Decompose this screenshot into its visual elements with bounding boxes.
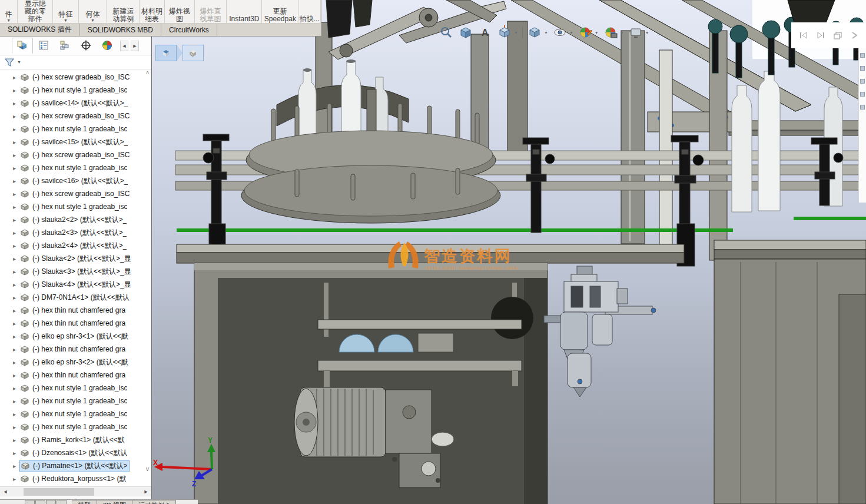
tree-item[interactable]: ▸(-) slauka2<4> (默认<<默认>_ — [0, 239, 151, 252]
expand-arrow-icon[interactable]: ▸ — [13, 437, 20, 443]
panel-tab-scroll-left[interactable]: ◄ — [120, 41, 128, 51]
tree-scroll-down-icon[interactable]: v — [146, 466, 149, 472]
expand-arrow-icon[interactable]: ▸ — [13, 243, 20, 249]
expand-arrow-icon[interactable]: ▸ — [13, 204, 20, 210]
take-snapshot-button[interactable]: 拍快... — [298, 0, 321, 24]
hscroll-right-arrow[interactable]: ► — [141, 489, 151, 495]
expand-arrow-icon[interactable]: ▸ — [13, 139, 20, 145]
tree-item[interactable]: ▸(-) hex screw gradeab_iso_ISC — [0, 187, 151, 200]
hide-show-items-icon[interactable] — [552, 25, 568, 40]
expand-arrow-icon[interactable]: ▸ — [13, 87, 20, 94]
show-hidden-components-button[interactable]: 显示隐藏的零部件 — [18, 0, 53, 24]
command-tab-0[interactable]: SOLIDWORKS 插件 — [0, 24, 80, 36]
dimxpertmanager-tab[interactable] — [75, 38, 97, 54]
expand-arrow-icon[interactable]: ▸ — [13, 294, 20, 301]
edit-appearance-icon[interactable] — [578, 25, 593, 40]
collapse-left-icon[interactable] — [799, 31, 808, 39]
expand-taskpane-icon[interactable] — [850, 31, 858, 40]
taskpane-tab-icon[interactable] — [860, 66, 865, 71]
bill-of-materials-button[interactable]: 材料明细表 — [140, 0, 165, 24]
collapse-right-icon[interactable] — [816, 31, 825, 39]
expand-arrow-icon[interactable]: ▸ — [13, 372, 20, 379]
tree-item[interactable]: ▸(-) hex nut style 1 gradeab_isc — [0, 394, 151, 407]
expand-arrow-icon[interactable]: ▸ — [13, 191, 20, 197]
expand-arrow-icon[interactable]: ▸ — [13, 268, 20, 275]
expand-arrow-icon[interactable]: ▸ — [13, 346, 20, 353]
taskpane-tab-icon[interactable] — [860, 53, 865, 58]
expand-arrow-icon[interactable]: ▸ — [13, 281, 20, 288]
tree-item[interactable]: ▸(-) elko ep shr-3<1> (默认<<默 — [0, 330, 151, 343]
tree-item[interactable]: ▸(-) hex thin nut chamfered gra — [0, 343, 151, 356]
tree-scroll-up-icon[interactable]: ^ — [146, 71, 149, 77]
view-orientation-icon[interactable] — [497, 25, 512, 40]
restore-window-icon[interactable] — [833, 31, 842, 39]
tree-item[interactable]: ▸(-) hex nut style 1 gradeab_isc — [0, 122, 151, 135]
featuremanager-tree-tab[interactable] — [12, 38, 33, 54]
tree-item[interactable]: ▸(-) Slauka<2> (默认<<默认>_显 — [0, 252, 151, 265]
tree-item[interactable]: ▸(-) Reduktora_korpuss<1> (默 — [0, 472, 151, 485]
annotations-icon[interactable]: A — [477, 25, 493, 40]
insert-component-button[interactable]: 件▼ — [0, 0, 18, 24]
expand-arrow-icon[interactable]: ▸ — [13, 217, 20, 223]
taskpane-tab-icon[interactable] — [860, 92, 865, 97]
tree-item[interactable]: ▸(-) hex screw gradeab_iso_ISC — [0, 71, 151, 84]
expand-arrow-icon[interactable]: ▸ — [13, 126, 20, 132]
tree-item[interactable]: ▸(-) hex screw gradeab_iso_ISC — [0, 148, 151, 161]
expand-arrow-icon[interactable]: ▸ — [13, 450, 20, 456]
taskpane-tab-icon[interactable] — [860, 105, 865, 110]
breadcrumb-part-icon[interactable] — [155, 45, 177, 61]
expand-arrow-icon[interactable]: ▸ — [13, 424, 20, 430]
expand-arrow-icon[interactable]: ▸ — [13, 74, 20, 81]
bottom-tab-2[interactable]: 运动算例 1 — [132, 500, 176, 504]
expand-arrow-icon[interactable]: ▸ — [13, 152, 20, 158]
expand-arrow-icon[interactable]: ▸ — [13, 476, 20, 482]
motion-nav-button[interactable] — [25, 500, 35, 504]
tree-item[interactable]: ▸(-) hex screw gradeab_iso_ISC — [0, 110, 151, 122]
expand-arrow-icon[interactable]: ▸ — [13, 165, 20, 171]
expand-arrow-icon[interactable]: ▸ — [13, 113, 20, 120]
expand-arrow-icon[interactable]: ▸ — [13, 100, 20, 107]
zoom-fit-icon[interactable] — [439, 25, 454, 40]
tree-horizontal-scrollbar[interactable]: ◄ ► — [0, 486, 151, 496]
section-view-icon[interactable] — [458, 25, 473, 40]
tree-item[interactable]: ▸(-) savilce<14> (默认<<默认>_ — [0, 97, 151, 110]
configurationmanager-tab[interactable] — [54, 38, 75, 54]
motion-nav-button[interactable] — [35, 500, 45, 504]
hscroll-left-arrow[interactable]: ◄ — [0, 489, 11, 495]
explode-line-sketch-button[interactable]: 爆炸直线草图 — [195, 0, 227, 24]
assembly-features-button[interactable]: 特征▼ — [53, 0, 78, 24]
tree-item[interactable]: ▸(-) Dzenosais<1> (默认<<默认 — [0, 446, 151, 459]
taskpane-tab-icon[interactable] — [860, 79, 865, 84]
displaymanager-tab[interactable] — [97, 38, 118, 54]
tree-item[interactable]: ▸(-) savilce<15> (默认<<默认>_ — [0, 135, 151, 148]
tree-item[interactable]: ▸(-) hex nut style 1 gradeab_isc — [0, 161, 151, 174]
expand-arrow-icon[interactable]: ▸ — [13, 385, 20, 392]
panel-tab-scroll-right[interactable]: ► — [131, 41, 139, 51]
tree-item[interactable]: ▸(-) savilce<16> (默认<<默认>_ — [0, 174, 151, 187]
tree-item[interactable]: ▸(-) hex nut style 1 gradeab_isc — [0, 84, 151, 97]
expand-arrow-icon[interactable]: ▸ — [13, 359, 20, 366]
tree-item[interactable]: ▸(-) hex thin nut chamfered gra — [0, 317, 151, 330]
command-tab-1[interactable]: SOLIDWORKS MBD — [80, 24, 161, 36]
expand-arrow-icon[interactable]: ▸ — [13, 398, 20, 404]
motion-nav-button[interactable] — [57, 500, 67, 504]
selection-breadcrumb[interactable] — [155, 45, 204, 61]
apply-scene-icon[interactable] — [603, 25, 618, 40]
tree-item[interactable]: ▸(-) Ramis_kork<1> (默认<<默 — [0, 433, 151, 446]
bottom-tab-0[interactable]: 模型 — [72, 500, 97, 504]
tree-item[interactable]: ▸(-) hex nut style 1 gradeab_isc — [0, 407, 151, 420]
expand-arrow-icon[interactable]: ▸ — [13, 320, 20, 327]
tree-item[interactable]: ▸(-) DM7-0N1A<1> (默认<<默认 — [0, 291, 151, 304]
instant3d-button[interactable]: Instant3D — [227, 0, 262, 24]
tree-item[interactable]: ▸(-) hex nut style 1 gradeab_isc — [0, 200, 151, 213]
expand-arrow-icon[interactable]: ▸ — [13, 230, 20, 236]
graphics-area[interactable]: 智造资料网 INTELLIGENT MANUFACTURING DATA X Y… — [152, 0, 866, 504]
bottom-tab-1[interactable]: 3D 视图 — [97, 500, 132, 504]
expand-arrow-icon[interactable]: ▸ — [13, 307, 20, 314]
breadcrumb-assembly-icon[interactable] — [183, 45, 204, 61]
motion-nav-button[interactable] — [46, 500, 56, 504]
hscroll-thumb[interactable] — [24, 488, 94, 496]
update-speedpak-button[interactable]: 更新Speedpak — [262, 0, 298, 24]
tree-item[interactable]: ▸(-) hex thin nut chamfered gra — [0, 304, 151, 317]
taskpane-tab-strip[interactable] — [858, 48, 866, 203]
